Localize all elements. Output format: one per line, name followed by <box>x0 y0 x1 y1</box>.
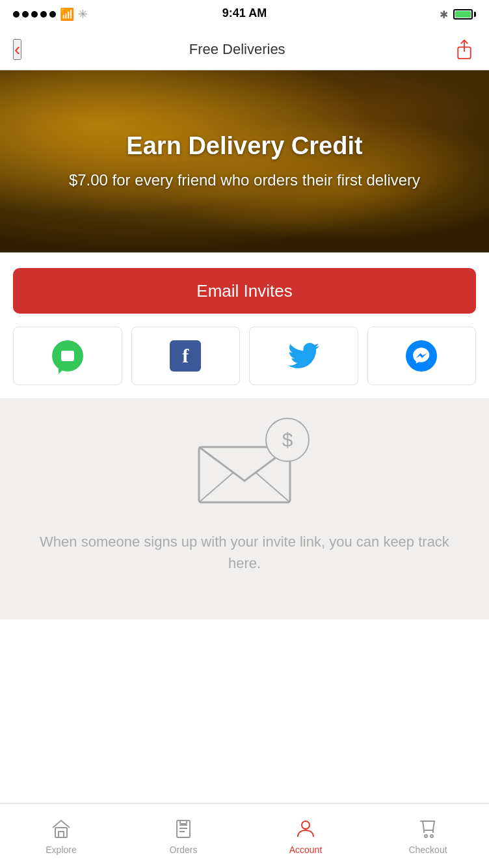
nav-item-account[interactable]: Account <box>244 817 367 855</box>
hero-title: Earn Delivery Credit <box>126 131 362 161</box>
dollar-circle-icon: $ <box>265 418 310 462</box>
nav-item-orders[interactable]: Orders <box>122 817 244 855</box>
battery-indicator: ⚡ <box>453 9 476 20</box>
home-icon <box>49 817 73 841</box>
page-title: Free Deliveries <box>189 41 285 58</box>
facebook-icon: f <box>170 340 201 372</box>
nav-label-account: Account <box>289 845 323 855</box>
nav-item-checkout[interactable]: Checkout <box>367 817 489 855</box>
back-button[interactable]: ‹ <box>13 39 21 60</box>
actions-section: Email Invites f <box>0 252 489 398</box>
empty-state-section: $ When someone signs up with your invite… <box>0 398 489 619</box>
bottom-navigation: Explore Orders Account <box>0 803 489 868</box>
nav-bar: ‹ Free Deliveries <box>0 29 489 70</box>
nav-item-explore[interactable]: Explore <box>0 817 122 855</box>
nav-label-orders: Orders <box>170 845 198 855</box>
email-invites-button[interactable]: Email Invites <box>13 268 476 314</box>
envelope-illustration: $ <box>192 431 297 511</box>
svg-rect-5 <box>55 828 67 837</box>
share-button[interactable] <box>453 38 476 61</box>
nav-label-explore: Explore <box>46 845 76 855</box>
twitter-button[interactable] <box>249 327 358 385</box>
empty-state-text: When someone signs up with your invite l… <box>39 531 450 574</box>
account-icon <box>294 817 317 841</box>
status-left: 📶 ✳ <box>13 7 88 21</box>
activity-icon: ✳ <box>78 7 88 21</box>
nav-label-checkout: Checkout <box>408 845 447 855</box>
status-time: 9:41 AM <box>222 7 267 20</box>
svg-point-13 <box>425 835 427 837</box>
facebook-button[interactable]: f <box>131 327 241 385</box>
hero-subtitle: $7.00 for every friend who orders their … <box>69 169 420 191</box>
social-buttons-row: f <box>13 327 476 385</box>
twitter-icon <box>288 343 319 369</box>
wifi-icon: 📶 <box>60 7 74 21</box>
bluetooth-icon: ✱ <box>440 8 448 21</box>
status-right: ✱ ⚡ <box>440 8 476 21</box>
svg-line-3 <box>199 473 233 502</box>
messenger-button[interactable] <box>367 327 477 385</box>
svg-line-4 <box>256 473 290 502</box>
status-bar: 📶 ✳ 9:41 AM ✱ ⚡ <box>0 0 489 29</box>
messenger-icon <box>406 340 437 372</box>
svg-rect-11 <box>180 821 187 824</box>
messages-icon <box>52 340 83 372</box>
messages-button[interactable] <box>13 327 122 385</box>
orders-icon <box>172 817 195 841</box>
hero-banner: Earn Delivery Credit $7.00 for every fri… <box>0 70 489 252</box>
svg-point-14 <box>430 835 433 837</box>
svg-point-12 <box>302 821 310 829</box>
checkout-icon <box>416 817 440 841</box>
svg-rect-6 <box>59 832 64 837</box>
signal-bars <box>13 11 56 18</box>
